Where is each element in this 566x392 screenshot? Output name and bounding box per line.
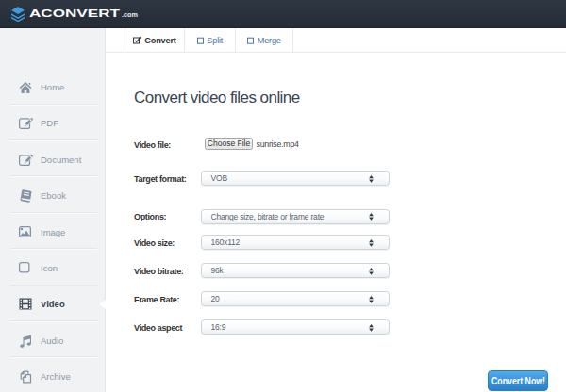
svg-text:ACONVERT: ACONVERT (29, 8, 121, 19)
svg-text:Convert Now!: Convert Now! (491, 376, 545, 386)
svg-text:.com: .com (122, 10, 138, 19)
